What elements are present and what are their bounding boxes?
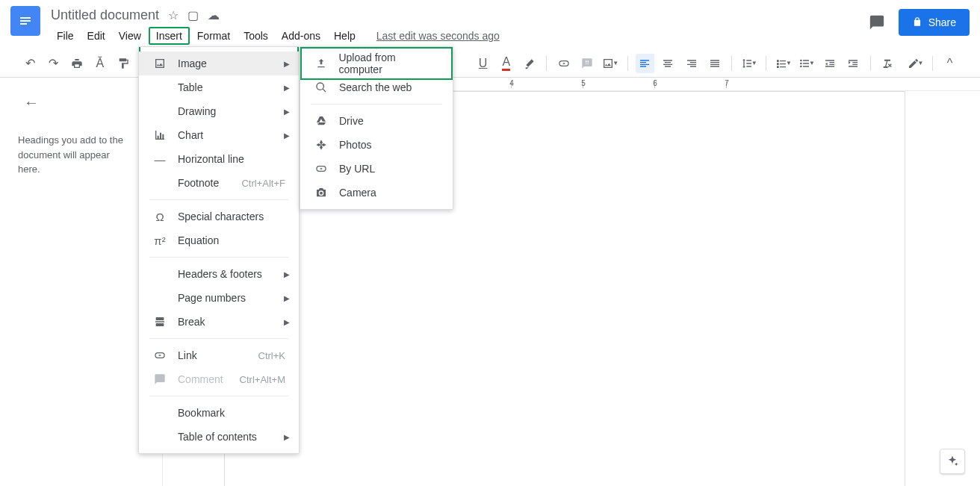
- menu-file[interactable]: File: [51, 27, 80, 45]
- line-icon: —: [152, 153, 167, 166]
- editing-mode-button[interactable]: ▼: [906, 54, 925, 73]
- insert-hline-item[interactable]: — Horizontal line: [139, 147, 299, 171]
- insert-equation-item[interactable]: π² Equation: [139, 228, 299, 252]
- insert-drawing-item[interactable]: Drawing ▶: [139, 99, 299, 123]
- share-button[interactable]: Share: [899, 9, 970, 36]
- decrease-indent-button[interactable]: [821, 54, 840, 73]
- shortcut-label: Ctrl+Alt+F: [241, 178, 285, 189]
- clear-formatting-button[interactable]: [878, 54, 897, 73]
- insert-table-item[interactable]: Table ▶: [139, 75, 299, 99]
- document-title[interactable]: Untitled document: [51, 7, 159, 23]
- dd-label: Footnote: [178, 177, 219, 189]
- outline-panel: ← Headings you add to the document will …: [0, 78, 149, 486]
- chevron-right-icon: ▶: [284, 294, 290, 302]
- insert-comment-item[interactable]: Comment Ctrl+Alt+M: [139, 367, 299, 391]
- align-justify-button[interactable]: [705, 54, 724, 73]
- dd-label: Chart: [178, 129, 203, 141]
- highlight-color-button[interactable]: [520, 54, 539, 73]
- line-spacing-button[interactable]: ▼: [739, 54, 758, 73]
- close-outline-button[interactable]: ←: [24, 91, 39, 113]
- dd-label: Link: [178, 349, 197, 361]
- dd-label: Upload from computer: [338, 52, 439, 75]
- undo-button[interactable]: ↶: [21, 54, 40, 73]
- shortcut-label: Ctrl+Alt+M: [240, 374, 285, 385]
- insert-break-item[interactable]: Break ▶: [139, 310, 299, 334]
- svg-point-5: [800, 65, 802, 67]
- last-edit-link[interactable]: Last edit was seconds ago: [376, 30, 500, 42]
- docs-logo[interactable]: [10, 6, 40, 36]
- align-center-button[interactable]: [659, 54, 677, 73]
- image-drive-item[interactable]: Drive: [300, 109, 453, 133]
- chevron-right-icon: ▶: [284, 433, 290, 441]
- dd-label: Break: [178, 316, 205, 328]
- image-upload-item[interactable]: Upload from computer: [300, 52, 453, 75]
- menu-tools[interactable]: Tools: [238, 27, 274, 45]
- chevron-right-icon: ▶: [284, 131, 290, 140]
- svg-rect-2: [20, 23, 27, 25]
- menu-format[interactable]: Format: [191, 27, 236, 45]
- insert-headers-item[interactable]: Headers & footers ▶: [139, 262, 299, 286]
- underline-button[interactable]: U: [474, 54, 492, 73]
- redo-button[interactable]: ↷: [44, 54, 63, 73]
- pi-icon: π²: [152, 234, 167, 247]
- insert-image-button[interactable]: ▼: [601, 54, 620, 73]
- insert-image-item[interactable]: Image ▶: [139, 52, 299, 75]
- open-comments-button[interactable]: [867, 13, 887, 32]
- align-left-button[interactable]: [636, 54, 654, 73]
- omega-icon: Ω: [152, 211, 167, 223]
- link-icon: [314, 163, 329, 175]
- spellcheck-button[interactable]: Ă: [90, 54, 109, 73]
- insert-chart-item[interactable]: Chart ▶: [139, 123, 299, 147]
- cloud-status-icon: ☁: [208, 8, 220, 22]
- camera-icon: [314, 187, 329, 199]
- dd-label: Table: [178, 81, 202, 93]
- dd-label: Page numbers: [178, 292, 246, 304]
- menu-help[interactable]: Help: [328, 27, 362, 45]
- photos-icon: [314, 139, 329, 151]
- lock-icon: [912, 16, 922, 29]
- paint-format-button[interactable]: [114, 54, 133, 73]
- insert-link-item[interactable]: Link Ctrl+K: [139, 343, 299, 367]
- dd-label: Headers & footers: [178, 268, 262, 280]
- image-search-item[interactable]: Search the web: [300, 75, 453, 99]
- insert-link-button[interactable]: [554, 54, 573, 73]
- image-byurl-item[interactable]: By URL: [300, 157, 453, 181]
- insert-footnote-item[interactable]: Footnote Ctrl+Alt+F: [139, 171, 299, 195]
- dd-label: Image: [178, 57, 207, 69]
- insert-pagenums-item[interactable]: Page numbers ▶: [139, 286, 299, 310]
- svg-rect-1: [20, 20, 31, 22]
- dd-label: Horizontal line: [178, 153, 244, 165]
- bulleted-list-button[interactable]: ▼: [797, 54, 816, 73]
- chevron-right-icon: ▶: [284, 108, 290, 116]
- insert-special-chars-item[interactable]: Ω Special characters: [139, 205, 299, 228]
- increase-indent-button[interactable]: [844, 54, 863, 73]
- menu-insert[interactable]: Insert: [149, 27, 190, 45]
- hide-menus-button[interactable]: ^: [940, 54, 959, 73]
- chevron-right-icon: ▶: [284, 84, 290, 92]
- dd-label: Search the web: [339, 81, 412, 93]
- menu-addons[interactable]: Add-ons: [276, 27, 326, 45]
- align-right-button[interactable]: [682, 54, 701, 73]
- move-icon[interactable]: ▢: [187, 8, 199, 22]
- menu-view[interactable]: View: [113, 27, 147, 45]
- insert-toc-item[interactable]: Table of contents ▶: [139, 425, 299, 449]
- text-color-button[interactable]: A: [497, 54, 515, 73]
- print-button[interactable]: [67, 54, 86, 73]
- chevron-right-icon: ▶: [284, 270, 290, 278]
- chart-icon: [152, 129, 167, 141]
- checklist-button[interactable]: ▼: [774, 54, 793, 73]
- upload-icon: [314, 57, 328, 69]
- insert-bookmark-item[interactable]: Bookmark: [139, 401, 299, 425]
- image-photos-item[interactable]: Photos: [300, 133, 453, 157]
- break-icon: [152, 316, 167, 328]
- star-icon[interactable]: ☆: [168, 8, 179, 22]
- explore-button[interactable]: [940, 449, 965, 474]
- menu-edit[interactable]: Edit: [81, 27, 111, 45]
- dd-label: Table of contents: [178, 431, 257, 443]
- search-icon: [314, 81, 329, 93]
- insert-menu-dropdown: Image ▶ Table ▶ Drawing ▶ Chart ▶ — Hori…: [138, 46, 300, 454]
- image-camera-item[interactable]: Camera: [300, 181, 453, 205]
- link-icon: [152, 349, 167, 361]
- dd-label: Photos: [339, 139, 372, 151]
- insert-comment-button[interactable]: [578, 54, 597, 73]
